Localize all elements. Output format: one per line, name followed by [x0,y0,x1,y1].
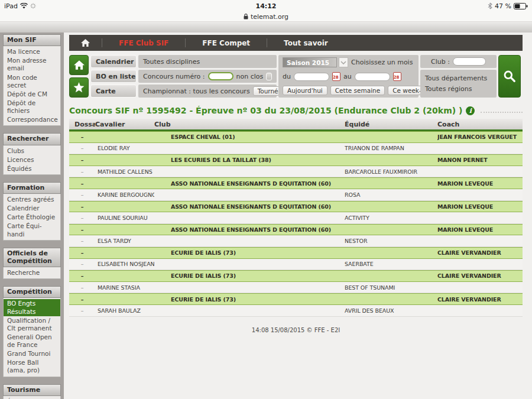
nav-tab-ffe-club-sif[interactable]: FFE Club SIF [102,39,185,47]
table-row-club[interactable]: –ECURIE DE IALIS (73)CLAIRE VERVANDIER [69,293,523,305]
sidebar-item-carte-ethologie[interactable]: Carte Éthologie [4,213,60,222]
star-icon [73,82,85,93]
table-row-rider[interactable]: –ELSA TARDYNESTOR [69,235,523,247]
sidebar-section-tourisme: TourismeÉquirando 2015JNAL [3,384,61,399]
disciplines-selector[interactable]: Toutes disciplines [138,55,277,68]
header-dossard: Dossard [69,121,95,128]
regions-selector[interactable]: Toutes régions [425,85,492,93]
non-clos-checkbox[interactable] [266,73,272,80]
search-icon [503,70,516,83]
table-row-rider[interactable]: –MARINE STASIABEST OF TSUNAMI [69,282,523,294]
table-row-club[interactable]: –LES ECURIES DE LA TAILLAT (38)MANON PER… [69,154,523,166]
favorites-button[interactable] [69,77,89,98]
calendar-to-icon[interactable]: 28 [393,72,401,81]
main-area: FFE Club SIF FFE Compet Tout savoir [64,33,532,399]
table-row-club[interactable]: –ECURIE DE IALIS (73)CLAIRE VERVANDIER [69,247,523,259]
sidebar-section-title: Compétition [3,286,61,298]
departements-selector[interactable]: Tous départements [425,74,492,82]
championnat-label[interactable]: Championnat : tous les concours [143,87,250,95]
table-row-rider[interactable]: –SARAH BAULAZAVRIL DES BEAUX [69,305,523,317]
club-input[interactable] [453,57,486,66]
cell-equide: ACTIVITY [345,215,437,221]
results-table: Dossard Cavalier Club Équidé Coach –ESPA… [69,119,523,317]
sidebar-item-carte-equi-handi[interactable]: Carte Équi-handi [4,222,60,238]
sidebar-item-ma-licence[interactable]: Ma licence [4,47,60,56]
cell-coach: MANON PERNET [437,157,523,163]
season-dropdown-button[interactable] [339,57,348,67]
table-row-club[interactable]: –ECURIE DE IALIS (73)CLAIRE VERVANDIER [69,270,523,282]
sidebar-item-licences[interactable]: Licences [4,155,60,164]
sidebar-section-title: Mon SIF [3,34,61,46]
sidebar-item-depot-de-fichiers[interactable]: Dépôt de fichiers [4,99,60,115]
home-view-button[interactable] [69,55,89,75]
date-to-input[interactable] [355,73,390,81]
sidebar-item-grand-tournoi[interactable]: Grand Tournoi [4,349,60,358]
sidebar-section-items: Recherche [3,267,61,279]
sidebar-item-correspondance[interactable]: Correspondance [4,115,60,124]
nav-tab-ffe-compet[interactable]: FFE Compet [186,39,267,47]
cell-coach: CLAIRE VERVANDIER [437,273,523,279]
table-row-club[interactable]: –ASSO NATIONALE ENSEIGNANTS D EQUITATION… [69,177,523,189]
date-range-row: du 28 au 28 [283,72,414,81]
table-row-club[interactable]: –ESPACE CHEVAL (01)JEAN FRANCOIS VERGUET [69,131,523,143]
browser-url-bar[interactable]: telemat.org [0,12,532,21]
sidebar-item-horse-ball-ama-pro[interactable]: Horse Ball (ama, pro) [4,358,60,375]
table-row-club[interactable]: –ASSO NATIONALE ENSEIGNANTS D EQUITATION… [69,201,523,213]
page-title: Concours SIF nº 1595492 - Épreuve nº 03 … [69,106,462,115]
sidebar-item-calendrier[interactable]: Calendrier [4,204,60,213]
cell-club: ASSO NATIONALE ENSEIGNANTS D EQUITATION … [154,226,345,233]
sidebar-item-recherche[interactable]: Recherche [4,268,60,277]
club-label: Club : [431,58,450,66]
cell-coach: CLAIRE VERVANDIER [437,296,523,303]
cell-club: ECURIE DE IALIS (73) [154,249,345,256]
sidebar-item-qualification-clt-permanent[interactable]: Qualification / Clt permanent [4,316,60,333]
cell-equide: BARCAROLLE FAUXMIROIR [345,168,437,175]
date-from-input[interactable] [294,73,329,81]
sidebar-item-clubs[interactable]: Clubs [4,147,60,155]
sidebar-item-depot-de-cm[interactable]: Dépôt de CM [4,90,60,99]
view-carte-button[interactable]: Carte [90,85,137,98]
table-row-rider[interactable]: –ELISABETH NOSJEANSAERBATE [69,259,523,271]
choose-month-label[interactable]: Choisissez un mois [351,59,413,66]
table-row-rider[interactable]: –KARINE BERGOUGNOUXROSA [69,189,523,201]
sidebar-section-officiels-de-competition: Officiels de CompétitionRecherche [3,248,61,280]
sidebar-item-mon-adresse-email[interactable]: Mon adresse email [4,56,60,73]
sidebar-section-items: Équirando 2015JNAL [3,396,61,399]
calendar-from-icon[interactable]: 28 [332,72,340,81]
cell-cavalier: PAULINE SOURIAU [95,215,154,221]
table-row-rider[interactable]: –PAULINE SOURIAUACTIVITY [69,212,523,224]
nav-home-button[interactable] [69,39,102,47]
home-icon [74,60,85,70]
search-button[interactable] [498,55,521,98]
sidebar-item-generali-open-de-france[interactable]: Generali Open de France [4,333,60,349]
sidebar-item-centres-agrees[interactable]: Centres agréés [4,195,60,204]
table-header-row: Dossard Cavalier Club Équidé Coach [69,119,523,131]
table-row-club[interactable]: –ASSO NATIONALE ENSEIGNANTS D EQUITATION… [69,224,523,236]
view-bo-en-liste-button[interactable]: BO en liste [90,70,137,83]
cell-cavalier: SARAH BAULAZ [95,307,154,314]
cell-cavalier: MARINE STASIA [95,284,154,291]
cell-equide: BEST OF TSUNAMI [345,284,437,291]
sidebar-item-mon-code-secret[interactable]: Mon code secret [4,73,60,90]
sidebar-section-mon-sif: Mon SIFMa licenceMon adresse emailMon co… [3,34,61,126]
this-week-button[interactable]: Cette semaine [330,86,385,95]
sidebar-item-bo-engts-resultats[interactable]: BO Engts Résultats [4,299,60,316]
sidebar-section-competition: CompétitionBO Engts RésultatsQualificati… [3,286,61,377]
cell-dossard: – [69,273,95,279]
nav-tab-tout-savoir[interactable]: Tout savoir [267,39,345,47]
lock-icon [244,14,248,20]
table-row-rider[interactable]: –ELODIE RAYTRIANON DE RAMPAN [69,143,523,155]
cell-coach: MARION LEVEQUE [437,203,523,210]
view-mode-buttons: Calendrier BO en liste Carte [90,55,137,98]
cell-dossard: – [69,261,95,267]
info-icon[interactable]: i [466,106,475,115]
cell-dossard: – [69,284,95,291]
concours-number-input[interactable] [208,72,233,80]
season-select[interactable]: Saison 2015 [283,57,337,67]
results-table-body: –ESPACE CHEVAL (01)JEAN FRANCOIS VERGUET… [69,131,523,317]
sidebar-item-equides[interactable]: Équidés [4,164,60,173]
table-row-rider[interactable]: –MATHILDE CALLENSBARCAROLLE FAUXMIROIR [69,166,523,178]
today-button[interactable]: Aujourd'hui [283,86,327,95]
view-calendrier-button[interactable]: Calendrier [90,55,137,68]
header-cavalier: Cavalier [95,121,154,128]
